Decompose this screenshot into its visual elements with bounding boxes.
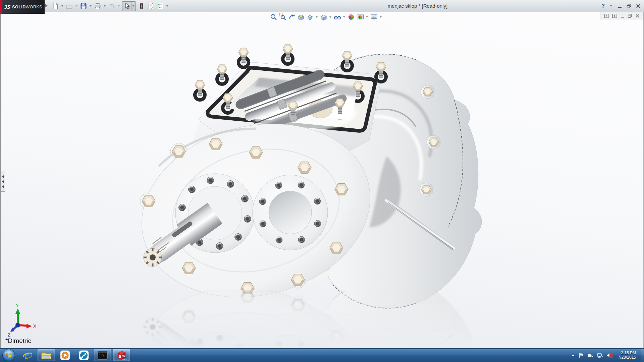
show-hidden-icons-button[interactable] bbox=[571, 353, 575, 357]
viewport-canvas[interactable]: Y X Z bbox=[1, 12, 643, 349]
document-window-controls bbox=[600, 12, 643, 20]
save-button[interactable] bbox=[79, 2, 88, 10]
sw-year-badge: 2015 bbox=[121, 358, 126, 361]
logo-name-bold: SOLID bbox=[12, 5, 25, 9]
doc-close-button[interactable] bbox=[635, 14, 640, 18]
doc-restore-button[interactable] bbox=[628, 14, 632, 18]
new-document-button[interactable] bbox=[51, 2, 60, 10]
triad-z-label: Z bbox=[8, 332, 11, 338]
view-orientation-icon[interactable] bbox=[306, 13, 314, 21]
reference-triad: Y X Z bbox=[8, 303, 37, 338]
apply-scene-icon[interactable] bbox=[356, 13, 364, 21]
cover-dome bbox=[269, 191, 312, 234]
cmd-prompt-text: C:\_ bbox=[99, 354, 104, 356]
network-icon[interactable] bbox=[597, 353, 603, 358]
view-settings-icon[interactable] bbox=[370, 13, 378, 21]
start-button[interactable] bbox=[2, 349, 15, 362]
edit-appearance-icon[interactable] bbox=[347, 13, 355, 21]
sw-letter-w: W bbox=[122, 354, 126, 358]
undo-dropdown[interactable] bbox=[117, 2, 121, 10]
help-button[interactable]: ? bbox=[601, 2, 605, 10]
taskbar-media-player[interactable] bbox=[56, 349, 74, 361]
3ds-logo-mark: 3S bbox=[4, 4, 11, 10]
graphics-area[interactable]: Y X Z *Dimetric bbox=[0, 12, 644, 349]
open-button[interactable] bbox=[65, 2, 74, 10]
logo-name-light: WORKS bbox=[26, 5, 42, 9]
zoom-to-area-icon[interactable] bbox=[278, 13, 287, 21]
zoom-to-fit-icon[interactable] bbox=[269, 13, 278, 21]
taskbar-internet-explorer[interactable]: e bbox=[19, 349, 36, 361]
pane-right-button[interactable] bbox=[612, 14, 617, 18]
view-orientation-dropdown[interactable] bbox=[315, 13, 319, 21]
taskbar-command-prompt[interactable]: C:\_ bbox=[94, 349, 111, 361]
taskbar-windows-explorer[interactable] bbox=[38, 349, 55, 361]
volume-muted-icon[interactable] bbox=[606, 352, 613, 358]
folder-icon bbox=[41, 351, 52, 360]
select-dropdown[interactable] bbox=[131, 2, 136, 10]
close-button[interactable] bbox=[636, 4, 641, 8]
clock-date: 7/28/2015 bbox=[618, 355, 636, 360]
display-style-dropdown[interactable] bbox=[328, 13, 332, 21]
options-dropdown[interactable] bbox=[165, 2, 169, 10]
options-button[interactable] bbox=[156, 2, 165, 10]
ie-icon: e bbox=[25, 350, 29, 360]
window-title: menjac sklop * [Read-only] bbox=[351, 3, 485, 9]
main-toolbar bbox=[51, 1, 169, 11]
select-tool-pressed bbox=[122, 1, 136, 11]
display-style-icon[interactable] bbox=[319, 13, 328, 21]
section-view-icon[interactable] bbox=[297, 13, 305, 21]
gearbox-assembly-model[interactable] bbox=[123, 45, 482, 320]
power-plug-icon[interactable] bbox=[587, 353, 593, 358]
triad-y-label: Y bbox=[16, 303, 19, 308]
save-dropdown[interactable] bbox=[89, 2, 93, 10]
hide-show-items-icon[interactable] bbox=[333, 13, 341, 21]
taskbar-clock[interactable]: 2:15 PM 7/28/2015 bbox=[618, 351, 636, 360]
file-properties-button[interactable] bbox=[147, 2, 155, 10]
select-tool-button[interactable] bbox=[122, 2, 131, 10]
restore-button[interactable] bbox=[627, 4, 632, 8]
print-button[interactable] bbox=[93, 2, 102, 10]
new-dropdown[interactable] bbox=[60, 2, 64, 10]
system-tray: 2:15 PM 7/28/2015 bbox=[571, 349, 640, 362]
view-orientation-label: *Dimetric bbox=[5, 337, 31, 345]
menu-expand-arrow[interactable] bbox=[45, 4, 48, 7]
pane-left-button[interactable] bbox=[604, 14, 609, 18]
windows-flag-icon bbox=[4, 351, 13, 360]
previous-view-icon[interactable] bbox=[287, 13, 296, 21]
hide-show-dropdown[interactable] bbox=[342, 13, 346, 21]
show-desktop-button[interactable] bbox=[641, 349, 644, 362]
help-dropdown[interactable] bbox=[609, 2, 613, 10]
open-dropdown[interactable] bbox=[74, 2, 78, 10]
rebuild-button[interactable] bbox=[137, 2, 146, 10]
taskbar-solidworks[interactable]: S W 2015 bbox=[113, 349, 130, 361]
action-center-flag-icon[interactable] bbox=[579, 353, 584, 358]
apply-scene-dropdown[interactable] bbox=[365, 13, 369, 21]
output-bearing-cover[interactable] bbox=[253, 175, 328, 250]
doc-minimize-button[interactable] bbox=[620, 14, 625, 18]
triad-x-label: X bbox=[33, 323, 37, 329]
view-settings-dropdown[interactable] bbox=[379, 13, 383, 21]
minimize-button[interactable] bbox=[618, 4, 622, 8]
undo-button[interactable] bbox=[107, 2, 116, 10]
taskbar-share-app[interactable] bbox=[75, 349, 93, 361]
print-dropdown[interactable] bbox=[103, 2, 107, 10]
solidworks-logo[interactable]: 3S SOLIDWORKS bbox=[0, 0, 45, 14]
solidworks-window: menjac sklop * [Read-only] ? 3S SOLIDWOR… bbox=[0, 0, 644, 362]
heads-up-view-toolbar bbox=[269, 13, 383, 21]
feature-manager-collapsed-tab[interactable] bbox=[1, 172, 5, 192]
windows-taskbar: e bbox=[0, 348, 644, 362]
